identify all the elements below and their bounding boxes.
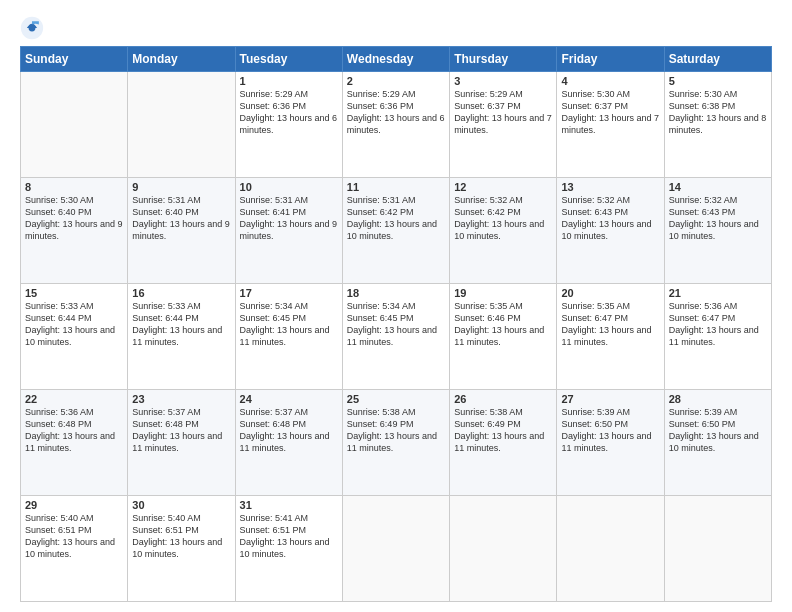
day-info: Sunrise: 5:31 AMSunset: 6:40 PMDaylight:…	[132, 194, 230, 243]
calendar-day-header: Friday	[557, 47, 664, 72]
day-number: 11	[347, 181, 445, 193]
day-info: Sunrise: 5:30 AMSunset: 6:38 PMDaylight:…	[669, 88, 767, 137]
day-info: Sunrise: 5:33 AMSunset: 6:44 PMDaylight:…	[132, 300, 230, 349]
calendar-cell: 20Sunrise: 5:35 AMSunset: 6:47 PMDayligh…	[557, 284, 664, 390]
day-info: Sunrise: 5:36 AMSunset: 6:48 PMDaylight:…	[25, 406, 123, 455]
calendar-cell: 24Sunrise: 5:37 AMSunset: 6:48 PMDayligh…	[235, 390, 342, 496]
header	[20, 16, 772, 40]
day-number: 22	[25, 393, 123, 405]
calendar-cell: 10Sunrise: 5:31 AMSunset: 6:41 PMDayligh…	[235, 178, 342, 284]
calendar-cell: 13Sunrise: 5:32 AMSunset: 6:43 PMDayligh…	[557, 178, 664, 284]
calendar-cell: 31Sunrise: 5:41 AMSunset: 6:51 PMDayligh…	[235, 496, 342, 602]
day-number: 14	[669, 181, 767, 193]
calendar-cell: 19Sunrise: 5:35 AMSunset: 6:46 PMDayligh…	[450, 284, 557, 390]
calendar-cell: 18Sunrise: 5:34 AMSunset: 6:45 PMDayligh…	[342, 284, 449, 390]
calendar-cell: 9Sunrise: 5:31 AMSunset: 6:40 PMDaylight…	[128, 178, 235, 284]
calendar-cell	[450, 496, 557, 602]
day-number: 10	[240, 181, 338, 193]
calendar-cell	[664, 496, 771, 602]
calendar-header-row: SundayMondayTuesdayWednesdayThursdayFrid…	[21, 47, 772, 72]
day-number: 19	[454, 287, 552, 299]
day-info: Sunrise: 5:35 AMSunset: 6:46 PMDaylight:…	[454, 300, 552, 349]
day-number: 31	[240, 499, 338, 511]
day-number: 24	[240, 393, 338, 405]
calendar-day-header: Tuesday	[235, 47, 342, 72]
day-number: 3	[454, 75, 552, 87]
day-info: Sunrise: 5:33 AMSunset: 6:44 PMDaylight:…	[25, 300, 123, 349]
svg-point-1	[29, 25, 36, 32]
logo-icon	[20, 16, 44, 40]
calendar-day-header: Wednesday	[342, 47, 449, 72]
day-number: 9	[132, 181, 230, 193]
calendar-cell: 12Sunrise: 5:32 AMSunset: 6:42 PMDayligh…	[450, 178, 557, 284]
day-number: 1	[240, 75, 338, 87]
day-info: Sunrise: 5:38 AMSunset: 6:49 PMDaylight:…	[347, 406, 445, 455]
day-number: 27	[561, 393, 659, 405]
logo	[20, 16, 48, 40]
day-info: Sunrise: 5:39 AMSunset: 6:50 PMDaylight:…	[669, 406, 767, 455]
day-info: Sunrise: 5:40 AMSunset: 6:51 PMDaylight:…	[132, 512, 230, 561]
page: SundayMondayTuesdayWednesdayThursdayFrid…	[0, 0, 792, 612]
day-number: 17	[240, 287, 338, 299]
calendar-cell: 15Sunrise: 5:33 AMSunset: 6:44 PMDayligh…	[21, 284, 128, 390]
day-info: Sunrise: 5:31 AMSunset: 6:42 PMDaylight:…	[347, 194, 445, 243]
day-info: Sunrise: 5:32 AMSunset: 6:43 PMDaylight:…	[669, 194, 767, 243]
calendar-cell: 17Sunrise: 5:34 AMSunset: 6:45 PMDayligh…	[235, 284, 342, 390]
day-info: Sunrise: 5:34 AMSunset: 6:45 PMDaylight:…	[240, 300, 338, 349]
calendar-cell: 30Sunrise: 5:40 AMSunset: 6:51 PMDayligh…	[128, 496, 235, 602]
day-info: Sunrise: 5:29 AMSunset: 6:36 PMDaylight:…	[240, 88, 338, 137]
calendar-cell	[342, 496, 449, 602]
calendar-cell: 2Sunrise: 5:29 AMSunset: 6:36 PMDaylight…	[342, 72, 449, 178]
day-number: 21	[669, 287, 767, 299]
calendar-cell: 28Sunrise: 5:39 AMSunset: 6:50 PMDayligh…	[664, 390, 771, 496]
calendar-cell: 1Sunrise: 5:29 AMSunset: 6:36 PMDaylight…	[235, 72, 342, 178]
day-number: 29	[25, 499, 123, 511]
day-number: 2	[347, 75, 445, 87]
calendar-week-row: 22Sunrise: 5:36 AMSunset: 6:48 PMDayligh…	[21, 390, 772, 496]
day-info: Sunrise: 5:39 AMSunset: 6:50 PMDaylight:…	[561, 406, 659, 455]
calendar-cell: 5Sunrise: 5:30 AMSunset: 6:38 PMDaylight…	[664, 72, 771, 178]
day-number: 30	[132, 499, 230, 511]
calendar-week-row: 1Sunrise: 5:29 AMSunset: 6:36 PMDaylight…	[21, 72, 772, 178]
calendar-cell: 29Sunrise: 5:40 AMSunset: 6:51 PMDayligh…	[21, 496, 128, 602]
day-info: Sunrise: 5:41 AMSunset: 6:51 PMDaylight:…	[240, 512, 338, 561]
calendar-day-header: Monday	[128, 47, 235, 72]
day-number: 12	[454, 181, 552, 193]
day-number: 13	[561, 181, 659, 193]
calendar-cell: 26Sunrise: 5:38 AMSunset: 6:49 PMDayligh…	[450, 390, 557, 496]
day-info: Sunrise: 5:31 AMSunset: 6:41 PMDaylight:…	[240, 194, 338, 243]
day-number: 28	[669, 393, 767, 405]
day-number: 25	[347, 393, 445, 405]
day-info: Sunrise: 5:32 AMSunset: 6:43 PMDaylight:…	[561, 194, 659, 243]
calendar-week-row: 8Sunrise: 5:30 AMSunset: 6:40 PMDaylight…	[21, 178, 772, 284]
day-info: Sunrise: 5:30 AMSunset: 6:40 PMDaylight:…	[25, 194, 123, 243]
day-info: Sunrise: 5:40 AMSunset: 6:51 PMDaylight:…	[25, 512, 123, 561]
calendar-cell: 21Sunrise: 5:36 AMSunset: 6:47 PMDayligh…	[664, 284, 771, 390]
calendar-cell: 16Sunrise: 5:33 AMSunset: 6:44 PMDayligh…	[128, 284, 235, 390]
calendar-cell: 8Sunrise: 5:30 AMSunset: 6:40 PMDaylight…	[21, 178, 128, 284]
calendar-cell: 23Sunrise: 5:37 AMSunset: 6:48 PMDayligh…	[128, 390, 235, 496]
calendar-day-header: Saturday	[664, 47, 771, 72]
calendar-day-header: Thursday	[450, 47, 557, 72]
day-number: 20	[561, 287, 659, 299]
day-number: 16	[132, 287, 230, 299]
day-number: 4	[561, 75, 659, 87]
calendar-cell	[128, 72, 235, 178]
day-number: 23	[132, 393, 230, 405]
day-info: Sunrise: 5:37 AMSunset: 6:48 PMDaylight:…	[132, 406, 230, 455]
day-number: 15	[25, 287, 123, 299]
day-info: Sunrise: 5:38 AMSunset: 6:49 PMDaylight:…	[454, 406, 552, 455]
calendar-cell: 3Sunrise: 5:29 AMSunset: 6:37 PMDaylight…	[450, 72, 557, 178]
calendar-cell: 14Sunrise: 5:32 AMSunset: 6:43 PMDayligh…	[664, 178, 771, 284]
calendar-day-header: Sunday	[21, 47, 128, 72]
day-number: 8	[25, 181, 123, 193]
calendar-table: SundayMondayTuesdayWednesdayThursdayFrid…	[20, 46, 772, 602]
day-number: 5	[669, 75, 767, 87]
day-info: Sunrise: 5:29 AMSunset: 6:37 PMDaylight:…	[454, 88, 552, 137]
day-info: Sunrise: 5:30 AMSunset: 6:37 PMDaylight:…	[561, 88, 659, 137]
calendar-cell	[21, 72, 128, 178]
calendar-cell: 25Sunrise: 5:38 AMSunset: 6:49 PMDayligh…	[342, 390, 449, 496]
day-number: 18	[347, 287, 445, 299]
day-info: Sunrise: 5:34 AMSunset: 6:45 PMDaylight:…	[347, 300, 445, 349]
day-info: Sunrise: 5:36 AMSunset: 6:47 PMDaylight:…	[669, 300, 767, 349]
